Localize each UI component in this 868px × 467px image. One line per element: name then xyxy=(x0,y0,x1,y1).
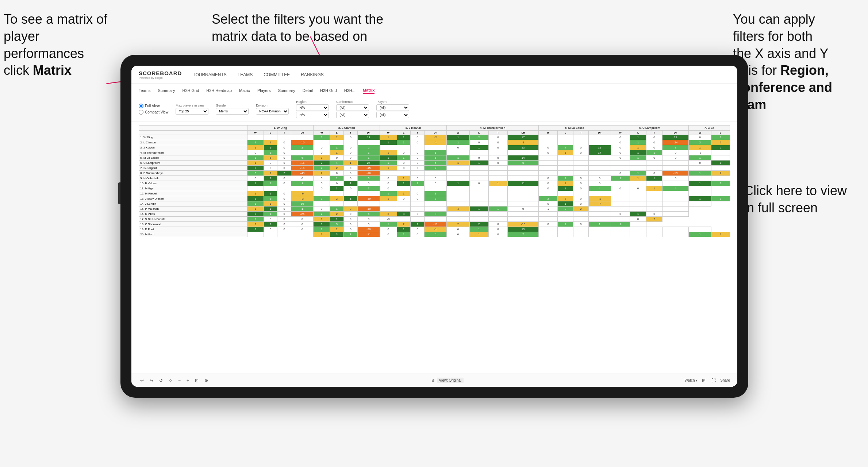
nav-committee[interactable]: COMMITTEE xyxy=(264,71,290,79)
matrix-cell: 1 xyxy=(380,135,397,140)
matrix-cell: 1 xyxy=(314,135,330,140)
tab-h2h-grid[interactable]: H2H Grid xyxy=(182,88,199,93)
matrix-cell: 1 xyxy=(247,191,264,196)
annotation-tl-line3-prefix: click xyxy=(4,63,33,78)
matrix-cell: 1 xyxy=(611,222,630,227)
redo-button[interactable]: ↪ xyxy=(148,377,155,384)
matrix-cell xyxy=(611,217,630,222)
matrix-cell: 0 xyxy=(314,176,330,181)
matrix-cell: 4 xyxy=(662,186,689,191)
matrix-cell xyxy=(539,155,558,161)
undo-button[interactable]: ↩ xyxy=(139,377,145,384)
tab-players[interactable]: Players xyxy=(257,88,271,93)
region-select-1[interactable]: N/A xyxy=(296,104,329,111)
max-players-select[interactable]: Top 25 xyxy=(176,108,208,115)
row-label-13: 14. J Lundin xyxy=(139,201,247,207)
matrix-cell xyxy=(611,196,630,201)
matrix-cell xyxy=(558,227,573,232)
nav-rankings[interactable]: RANKINGS xyxy=(301,71,324,79)
table-row: 4. M Thorbjornsen01001011001010140110-6 xyxy=(139,150,730,155)
tab-detail[interactable]: Detail xyxy=(303,88,313,93)
matrix-cell xyxy=(264,135,277,140)
matrix-cell xyxy=(573,171,588,176)
matrix-cell xyxy=(508,166,539,171)
matrix-cell: 0 xyxy=(488,161,507,166)
matrix-cell xyxy=(539,227,558,232)
matrix-cell xyxy=(630,161,646,166)
row-label-5: 6. C Lamprecht xyxy=(139,161,247,166)
cursor-button[interactable]: ⊹ xyxy=(167,377,174,384)
matrix-cell xyxy=(573,227,588,232)
matrix-cell: 1 xyxy=(425,191,447,196)
matrix-cell: 0 xyxy=(573,222,588,227)
conference-select-1[interactable]: (All) xyxy=(336,104,369,111)
sub-nav: Teams Summary H2H Grid H2H Heatmap Matri… xyxy=(131,84,737,97)
matrix-cell xyxy=(508,196,539,201)
nav-teams[interactable]: TEAMS xyxy=(238,71,253,79)
conference-select-2[interactable]: (All) xyxy=(336,112,369,118)
matrix-cell: 0 xyxy=(330,171,344,176)
division-select[interactable]: NCAA Division I xyxy=(256,108,289,115)
watch-button[interactable]: Watch ▾ xyxy=(685,378,698,382)
plus-button[interactable]: + xyxy=(185,377,191,384)
full-view-radio[interactable]: Full View xyxy=(139,104,168,108)
matrix-cell xyxy=(689,186,711,191)
matrix-cell: 2 xyxy=(314,227,330,232)
compact-view-radio[interactable]: Compact View xyxy=(139,110,168,115)
minus-button[interactable]: − xyxy=(177,377,182,384)
tab-summary-2[interactable]: Summary xyxy=(278,88,295,93)
table-row: 6. C Lamprecht100-16241241005110601 xyxy=(139,161,730,166)
matrix-cell: 0 xyxy=(573,176,588,181)
matrix-cell xyxy=(314,191,330,196)
settings-button[interactable]: ⚙ xyxy=(203,377,210,384)
matrix-cell: 1 xyxy=(264,176,277,181)
layout-button[interactable]: ⊞ xyxy=(700,377,707,384)
share-button[interactable]: Share xyxy=(720,378,730,382)
gender-select[interactable]: Men's xyxy=(216,108,249,115)
matrix-cell: 1 xyxy=(630,212,646,217)
matrix-cell xyxy=(447,196,469,201)
matrix-cell: 1 xyxy=(344,196,358,201)
matrix-cell: 0 xyxy=(447,145,469,150)
matrix-cell xyxy=(488,171,507,176)
row-label-6: 7. G Sargent xyxy=(139,166,247,171)
logo-area: SCOREBOARD Powered by clippd xyxy=(139,70,182,80)
matrix-cell: 0 xyxy=(588,176,611,181)
view-label[interactable]: View: Original xyxy=(437,378,464,383)
refresh-button[interactable]: ↺ xyxy=(158,377,164,384)
players-select-1[interactable]: (All) xyxy=(376,104,409,111)
matrix-cell: 0 xyxy=(646,135,662,140)
tab-matrix-active[interactable]: Matrix xyxy=(363,87,375,94)
tab-teams[interactable]: Teams xyxy=(139,88,150,93)
matrix-cell: 2 xyxy=(247,217,264,222)
fit-button[interactable]: ⊡ xyxy=(193,377,200,384)
toolbar-center: 🖥 View: Original xyxy=(431,378,464,383)
tab-h2h-heatmap[interactable]: H2H Heatmap xyxy=(206,88,232,93)
matrix-cell: 0 xyxy=(314,186,330,191)
matrix-cell: 2 xyxy=(314,171,330,176)
nav-tournaments[interactable]: TOURNAMENTS xyxy=(193,71,226,79)
matrix-cell xyxy=(508,191,539,196)
fullscreen-button[interactable]: ⛶ xyxy=(710,377,717,384)
tab-h2h-grid-2[interactable]: H2H Grid xyxy=(320,88,337,93)
wlt-t6: T xyxy=(646,131,662,135)
matrix-cell xyxy=(488,196,507,201)
matrix-cell: 0 xyxy=(539,222,558,227)
matrix-cell xyxy=(646,161,662,166)
matrix-container[interactable]: 1. W Ding 2. L Clanton 3. J Koivun 4. M … xyxy=(131,121,737,374)
wlt-dif5: Dif xyxy=(588,131,611,135)
region-select-2[interactable]: N/A xyxy=(296,112,329,118)
tab-h2h-more[interactable]: H2H... xyxy=(344,88,356,93)
matrix-cell: 1 xyxy=(411,222,425,227)
matrix-cell: 0 xyxy=(344,166,358,171)
matrix-cell: 1 xyxy=(689,181,711,186)
col-header-6: 6. C Lamprecht xyxy=(611,126,689,131)
compact-view-input[interactable] xyxy=(139,110,143,115)
players-select-2[interactable]: (All) xyxy=(376,112,409,118)
full-view-input[interactable] xyxy=(139,104,143,108)
matrix-cell xyxy=(662,212,689,217)
matrix-cell: -15 xyxy=(357,166,380,171)
tab-matrix-1[interactable]: Matrix xyxy=(239,88,250,93)
matrix-cell xyxy=(630,191,646,196)
tab-summary[interactable]: Summary xyxy=(158,88,175,93)
